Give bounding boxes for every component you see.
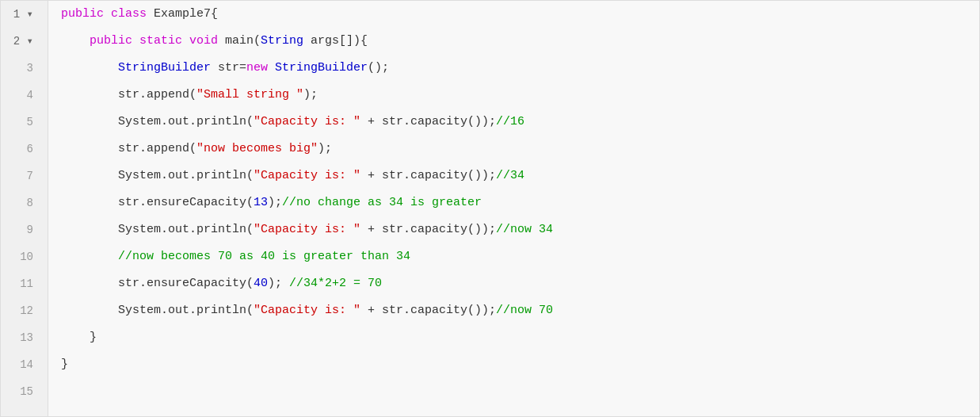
code-token: str.append( — [61, 136, 196, 163]
code-token: //no change as 34 is greater — [282, 189, 482, 216]
code-token: static — [139, 28, 189, 55]
code-token: + str.capacity()); — [360, 109, 496, 136]
line-number-3: 3 — [9, 55, 40, 82]
code-token: Example7{ — [154, 1, 218, 28]
code-content: public class Example7{ public static voi… — [48, 1, 979, 416]
code-token: "now becomes big" — [196, 136, 318, 163]
code-line-6: str.append("now becomes big"); — [61, 136, 967, 163]
code-line-9: System.out.println("Capacity is: " + str… — [61, 216, 967, 243]
code-token: } — [61, 324, 97, 351]
line-number-13: 13 — [9, 324, 40, 351]
line-number-7: 7 — [9, 163, 40, 189]
code-line-7: System.out.println("Capacity is: " + str… — [61, 163, 967, 189]
line-number-1: 1 ▾ — [9, 1, 40, 28]
code-token: System.out.println( — [61, 297, 254, 324]
code-token: String — [261, 28, 303, 55]
code-token: "Capacity is: " — [254, 216, 360, 243]
line-number-12: 12 — [9, 297, 40, 324]
code-token: ); — [318, 136, 332, 163]
code-token: str.append( — [61, 82, 196, 109]
line-number-15: 15 — [9, 378, 40, 405]
line-number-14: 14 — [9, 351, 40, 378]
line-number-6: 6 — [9, 136, 40, 163]
code-token: } — [61, 351, 68, 378]
line-number-2: 2 ▾ — [9, 28, 40, 55]
code-line-11: str.ensureCapacity(40); //34*2+2 = 70 — [61, 270, 967, 297]
code-line-12: System.out.println("Capacity is: " + str… — [61, 297, 967, 324]
code-line-13: } — [61, 324, 967, 351]
code-token: str.ensureCapacity( — [61, 189, 254, 216]
code-token: args[]){ — [303, 28, 368, 55]
code-line-10: //now becomes 70 as 40 is greater than 3… — [61, 243, 967, 270]
code-line-14: } — [61, 351, 967, 378]
code-token: //now 70 — [496, 297, 553, 324]
code-editor: 1 ▾2 ▾3456789101112131415 public class E… — [0, 0, 980, 417]
code-token: str= — [211, 55, 246, 82]
code-token: class — [111, 1, 154, 28]
line-number-10: 10 — [9, 243, 40, 270]
code-token — [61, 243, 118, 270]
code-token: 40 — [254, 270, 268, 297]
code-token: StringBuilder — [118, 55, 211, 82]
code-token: //16 — [496, 109, 524, 136]
code-token: 13 — [254, 189, 268, 216]
code-token: main( — [225, 28, 261, 55]
code-token: //34*2+2 = 70 — [289, 270, 382, 297]
line-number-11: 11 — [9, 270, 40, 297]
code-line-2: public static void main(String args[]){ — [61, 28, 967, 55]
code-line-1: public class Example7{ — [61, 1, 967, 28]
code-token: + str.capacity()); — [360, 163, 496, 189]
code-token: ); — [268, 189, 282, 216]
code-token — [61, 28, 90, 55]
code-token: //now 34 — [496, 216, 553, 243]
line-number-4: 4 — [9, 82, 40, 109]
line-number-gutter: 1 ▾2 ▾3456789101112131415 — [1, 1, 48, 416]
code-line-8: str.ensureCapacity(13);//no change as 34… — [61, 189, 967, 216]
code-token: public — [61, 1, 111, 28]
code-token: + str.capacity()); — [360, 297, 496, 324]
code-token: str.ensureCapacity( — [61, 270, 254, 297]
code-token: StringBuilder — [275, 55, 368, 82]
code-token: void — [189, 28, 225, 55]
code-token: ); — [268, 270, 289, 297]
code-line-5: System.out.println("Capacity is: " + str… — [61, 109, 967, 136]
code-token: //34 — [496, 163, 524, 189]
code-token: "Capacity is: " — [254, 297, 360, 324]
code-token: "Capacity is: " — [254, 163, 360, 189]
code-token: new — [246, 55, 275, 82]
code-token: public — [90, 28, 139, 55]
code-token: "Capacity is: " — [254, 109, 360, 136]
code-token — [61, 55, 118, 82]
line-number-5: 5 — [9, 109, 40, 136]
code-token: (); — [368, 55, 389, 82]
code-line-4: str.append("Small string "); — [61, 82, 967, 109]
code-token: System.out.println( — [61, 109, 254, 136]
code-token: + str.capacity()); — [360, 216, 496, 243]
code-line-3: StringBuilder str=new StringBuilder(); — [61, 55, 967, 82]
code-token: System.out.println( — [61, 216, 254, 243]
code-line-15 — [61, 378, 967, 405]
code-token: //now becomes 70 as 40 is greater than 3… — [118, 243, 410, 270]
code-token: System.out.println( — [61, 163, 254, 189]
code-token: "Small string " — [196, 82, 303, 109]
line-number-9: 9 — [9, 216, 40, 243]
line-number-8: 8 — [9, 189, 40, 216]
code-token: ); — [303, 82, 318, 109]
